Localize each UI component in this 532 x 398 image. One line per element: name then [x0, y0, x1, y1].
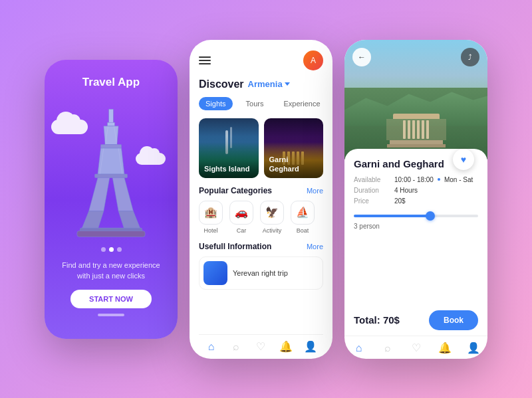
duration-label: Duration	[354, 187, 390, 194]
home-indicator	[98, 314, 124, 316]
dot-2[interactable]	[109, 247, 114, 252]
hero-image: ← ⤴	[344, 40, 487, 159]
menu-button[interactable]	[199, 56, 211, 64]
carousel-dots	[101, 247, 122, 252]
location-name: Armenia	[248, 79, 283, 89]
svg-rect-0	[109, 109, 114, 124]
nav-home-icon[interactable]: ⌂	[205, 340, 218, 353]
info-card-text: Yerevan right trip	[233, 269, 288, 277]
detail-bottom-navigation: ⌂ ⌕ ♡ 🔔 👤	[344, 336, 487, 359]
detail-nav-bell-icon[interactable]: 🔔	[438, 342, 452, 355]
detail-card-wrap: ♥ Garni and Geghard Available 10:00 - 18…	[344, 159, 487, 359]
bottom-navigation: ⌂ ⌕ ♡ 🔔 👤	[199, 334, 323, 359]
discover-header: A	[199, 50, 323, 70]
favorite-button[interactable]: ♥	[453, 149, 474, 170]
location-button[interactable]: Armenia	[248, 79, 290, 89]
featured-card-sights[interactable]: Sights Island	[199, 118, 259, 178]
activity-icon: 🦅	[260, 201, 284, 225]
garni-geghard-title: Garni Geghard	[269, 155, 319, 174]
availability-row: Available 10:00 - 18:00 Mon - Sat	[354, 176, 478, 183]
svg-rect-1	[107, 122, 114, 126]
detail-nav-home-icon[interactable]: ⌂	[352, 342, 366, 355]
svg-rect-11	[77, 231, 145, 237]
person-count: 3 person	[354, 223, 478, 230]
phones-container: Travel App	[31, 27, 501, 372]
price-value: 20$	[394, 197, 406, 205]
category-car[interactable]: 🚗 Car	[229, 201, 253, 234]
featured-cards-grid: Sights Island Ga	[199, 118, 323, 178]
detail-nav-search-icon[interactable]: ⌕	[381, 342, 394, 355]
dot-3[interactable]	[117, 247, 122, 252]
app-title: Travel App	[82, 76, 140, 89]
hotel-label: Hotel	[203, 227, 217, 234]
price-row: Price 20$	[354, 197, 478, 205]
svg-rect-5	[95, 174, 128, 178]
price-label: Price	[354, 197, 390, 205]
splash-description: Find and try a new experience with just …	[55, 260, 167, 282]
category-activity[interactable]: 🦅 Activity	[260, 201, 284, 234]
hotel-icon: 🏨	[199, 201, 223, 225]
svg-marker-9	[118, 211, 140, 229]
info-card[interactable]: Yerevan right trip	[199, 256, 323, 290]
slider-fill	[354, 215, 428, 217]
nav-bell-icon[interactable]: 🔔	[279, 340, 293, 353]
phone-detail: ← ⤴ ♥ Garni and Geghard Available 10:00 …	[344, 40, 487, 359]
detail-nav-user-icon[interactable]: 👤	[467, 342, 480, 355]
svg-marker-6	[89, 177, 110, 211]
book-button[interactable]: Book	[429, 310, 478, 330]
garni-geghard-overlay: Garni Geghard	[264, 118, 324, 178]
sights-island-overlay: Sights Island	[199, 118, 259, 178]
price-slider[interactable]	[354, 215, 478, 217]
user-avatar[interactable]: A	[303, 50, 323, 70]
start-button[interactable]: START NOW	[70, 290, 152, 308]
svg-rect-3	[100, 144, 121, 148]
nav-search-icon[interactable]: ⌕	[229, 340, 243, 353]
dot-separator	[438, 178, 440, 181]
car-icon: 🚗	[229, 201, 253, 225]
featured-card-garni[interactable]: Garni Geghard	[264, 118, 324, 178]
back-button[interactable]: ←	[352, 48, 371, 66]
available-days: Mon - Sat	[444, 176, 473, 183]
detail-nav-heart-icon[interactable]: ♡	[410, 342, 423, 355]
boat-icon: ⛵	[291, 201, 315, 225]
tab-sights[interactable]: Sights	[199, 97, 233, 110]
total-row: Total: 70$ Book	[354, 310, 478, 336]
popular-categories-title: Popular Categories	[199, 186, 272, 195]
nav-heart-icon[interactable]: ♡	[254, 340, 267, 353]
chevron-down-icon	[285, 82, 290, 86]
slider-thumb[interactable]	[426, 211, 435, 221]
discover-label: Discover	[199, 78, 244, 90]
back-arrow-icon: ←	[358, 52, 366, 62]
available-label: Available	[354, 176, 390, 183]
phone-splash: Travel App	[45, 60, 178, 339]
detail-card: ♥ Garni and Geghard Available 10:00 - 18…	[344, 149, 487, 336]
share-icon: ⤴	[468, 53, 472, 61]
eiffel-tower-icon	[71, 108, 151, 241]
dot-1[interactable]	[101, 247, 106, 252]
duration-value: 4 Hours	[394, 187, 418, 194]
discover-location-row: Discover Armenia	[199, 78, 323, 90]
duration-row: Duration 4 Hours	[354, 187, 478, 194]
useful-info-more[interactable]: More	[307, 243, 323, 250]
useful-info-header: Usefull Information More	[199, 242, 323, 251]
svg-marker-2	[104, 126, 118, 144]
sights-island-title: Sights Island	[204, 164, 249, 173]
avatar-letter: A	[311, 56, 316, 65]
useful-info-title: Usefull Information	[199, 242, 271, 251]
nav-user-icon[interactable]: 👤	[304, 340, 317, 353]
category-tabs: Sights Tours Experience News	[199, 97, 323, 110]
svg-marker-8	[82, 211, 104, 229]
popular-categories-more[interactable]: More	[307, 187, 323, 195]
tab-tours[interactable]: Tours	[239, 97, 271, 110]
category-hotel[interactable]: 🏨 Hotel	[199, 201, 223, 234]
tab-experience[interactable]: Experience	[277, 97, 327, 110]
category-boat[interactable]: ⛵ Boat	[291, 201, 315, 234]
activity-label: Activity	[263, 227, 282, 234]
car-label: Car	[237, 227, 247, 234]
boat-label: Boat	[297, 227, 309, 234]
total-price: Total: 70$	[354, 314, 400, 326]
share-button[interactable]: ⤴	[461, 48, 479, 66]
phone-discover: A Discover Armenia Sights Tours Experien…	[190, 40, 332, 359]
categories-row: 🏨 Hotel 🚗 Car 🦅 Activity ⛵ Boat	[199, 201, 323, 234]
popular-categories-header: Popular Categories More	[199, 186, 323, 195]
